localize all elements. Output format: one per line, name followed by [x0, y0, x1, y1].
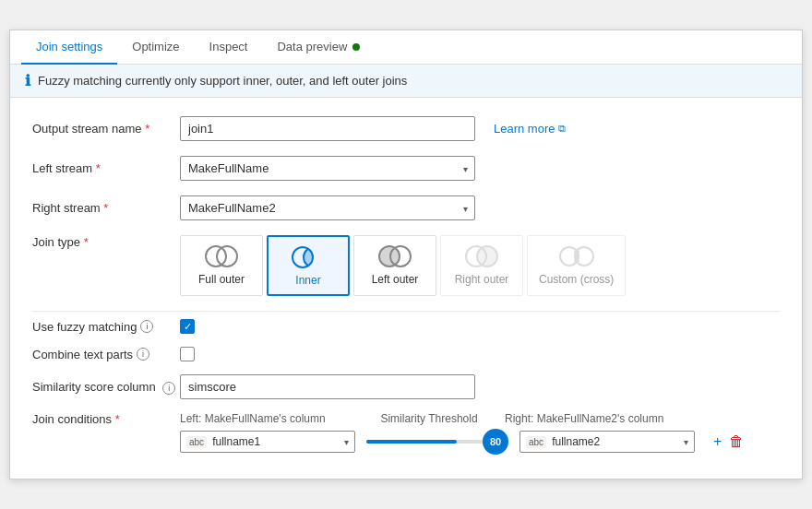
join-option-right-outer: Right outer — [440, 235, 523, 296]
left-condition-chevron-icon: ▾ — [344, 437, 349, 447]
slider-thumb: 80 — [483, 429, 508, 455]
left-condition-select[interactable]: abc fullname1 ▾ — [180, 431, 355, 453]
delete-condition-icon[interactable]: 🗑 — [729, 433, 744, 450]
left-condition-type: abc — [186, 436, 207, 448]
join-option-left-outer[interactable]: Left outer — [353, 235, 436, 296]
data-preview-dot — [352, 43, 360, 51]
join-conditions-right: Left: MakeFullName's column Similarity T… — [180, 412, 780, 453]
condition-row-0: abc fullname1 ▾ 80 — [180, 431, 780, 453]
right-condition-value: fullname2 — [552, 435, 684, 448]
join-type-row: Join type * Full outer — [32, 235, 780, 296]
join-option-custom-cross: Custom (cross) — [527, 235, 626, 296]
external-link-icon: ⧉ — [558, 123, 566, 135]
output-stream-input[interactable] — [180, 116, 475, 141]
learn-more-link[interactable]: Learn more ⧉ — [494, 122, 566, 136]
join-options: Full outer — [180, 235, 626, 296]
combine-text-info-icon[interactable]: i — [137, 348, 149, 361]
similarity-score-input[interactable] — [180, 374, 475, 399]
tab-data-preview[interactable]: Data preview — [262, 30, 375, 65]
fuzzy-matching-checkbox[interactable] — [180, 319, 195, 334]
divider-1 — [32, 311, 780, 312]
right-condition-type: abc — [526, 436, 546, 448]
threshold-slider-container[interactable]: 80 — [366, 440, 496, 444]
join-label-full-outer: Full outer — [198, 273, 245, 286]
combine-text-checkbox[interactable] — [180, 347, 195, 361]
tab-join-settings[interactable]: Join settings — [21, 30, 117, 65]
output-stream-row: Output stream name * Learn more ⧉ — [32, 116, 780, 141]
output-stream-label: Output stream name * — [32, 122, 180, 136]
main-content: Output stream name * Learn more ⧉ Left s… — [10, 98, 802, 479]
right-stream-label: Right stream * — [32, 201, 180, 215]
info-icon: ℹ — [25, 72, 30, 89]
right-stream-select-wrapper: MakeFullName2 ▾ — [180, 195, 475, 220]
conditions-right-header: Right: MakeFullName2's column — [505, 412, 689, 425]
output-stream-control — [180, 116, 475, 141]
join-label-right-outer: Right outer — [455, 273, 509, 286]
join-conditions-label: Join conditions * — [32, 412, 180, 426]
tab-inspect[interactable]: Inspect — [195, 30, 263, 65]
fuzzy-matching-info-icon[interactable]: i — [140, 320, 153, 333]
banner-text: Fuzzy matching currently only support in… — [38, 74, 407, 88]
left-outer-icon — [376, 243, 413, 269]
join-option-full-outer[interactable]: Full outer — [180, 235, 263, 296]
fuzzy-matching-row: Use fuzzy matching i — [32, 319, 780, 334]
join-label-custom-cross: Custom (cross) — [539, 273, 614, 286]
similarity-score-label: Similarity score column i — [32, 380, 180, 395]
right-outer-icon — [463, 243, 500, 269]
right-stream-row: Right stream * MakeFullName2 ▾ — [32, 195, 780, 220]
join-conditions-section: Join conditions * Left: MakeFullName's c… — [32, 412, 780, 453]
left-stream-select-wrapper: MakeFullName ▾ — [180, 156, 475, 181]
join-label-inner: Inner — [295, 274, 320, 287]
full-outer-icon — [203, 243, 240, 269]
combine-text-row: Combine text parts i — [32, 347, 780, 361]
left-condition-value: fullname1 — [212, 435, 344, 448]
combine-text-label: Combine text parts i — [32, 348, 180, 361]
left-stream-row: Left stream * MakeFullName ▾ — [32, 156, 780, 181]
left-stream-label: Left stream * — [32, 161, 180, 175]
slider-fill — [366, 440, 457, 444]
svg-point-8 — [477, 246, 497, 266]
conditions-headers: Left: MakeFullName's column Similarity T… — [180, 412, 780, 425]
join-label-left-outer: Left outer — [372, 273, 419, 286]
inner-icon — [290, 244, 327, 270]
left-stream-select[interactable]: MakeFullName — [180, 156, 475, 181]
tab-optimize[interactable]: Optimize — [117, 30, 194, 65]
conditions-mid-header: Similarity Threshold — [364, 412, 494, 425]
right-condition-chevron-icon: ▾ — [684, 437, 688, 447]
add-condition-icon[interactable]: + — [713, 433, 722, 450]
similarity-score-row: Similarity score column i — [32, 374, 780, 399]
fuzzy-matching-label: Use fuzzy matching i — [32, 320, 180, 334]
custom-cross-icon — [558, 243, 595, 269]
right-stream-select[interactable]: MakeFullName2 — [180, 195, 475, 220]
info-banner: ℹ Fuzzy matching currently only support … — [10, 65, 802, 98]
condition-actions: + 🗑 — [713, 433, 744, 450]
similarity-score-info-icon[interactable]: i — [162, 382, 175, 395]
join-option-inner[interactable]: Inner — [267, 235, 350, 296]
similarity-score-control — [180, 374, 475, 399]
right-condition-select[interactable]: abc fullname2 ▾ — [519, 431, 695, 453]
join-type-label: Join type * — [32, 235, 180, 249]
slider-track: 80 — [366, 440, 496, 444]
tab-bar: Join settings Optimize Inspect Data prev… — [10, 30, 802, 65]
conditions-left-header: Left: MakeFullName's column — [180, 412, 364, 425]
join-settings-window: Join settings Optimize Inspect Data prev… — [9, 30, 803, 479]
